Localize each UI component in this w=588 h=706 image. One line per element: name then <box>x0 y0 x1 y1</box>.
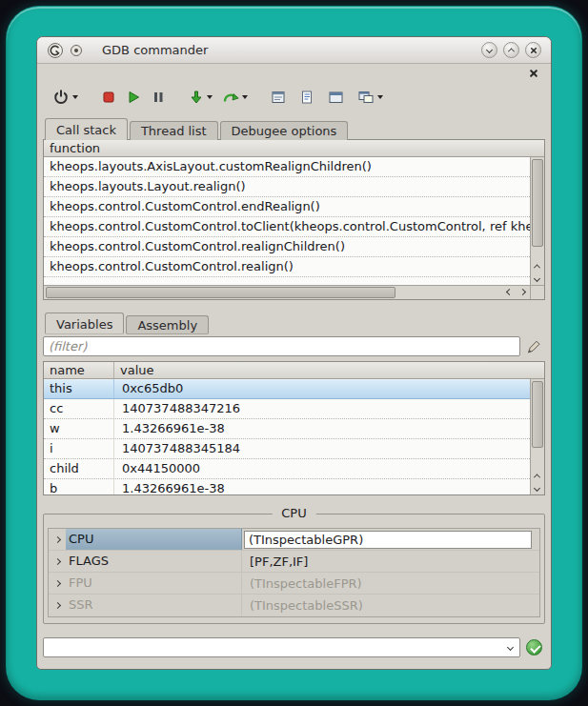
callstack-horizontal-scrollbar[interactable] <box>44 285 530 299</box>
variable-value: 140737488347216 <box>114 399 530 418</box>
cpu-row[interactable]: CPU (TInspectableGPR) <box>49 529 539 551</box>
variable-row[interactable]: i 140737488345184 <box>44 439 530 459</box>
callstack-row[interactable]: kheops.layouts.Layout.realign() <box>44 177 530 197</box>
filter-row <box>43 336 545 357</box>
maximize-icon <box>508 48 515 54</box>
scroll-left-button[interactable] <box>503 286 516 298</box>
scroll-down-button[interactable] <box>531 272 543 285</box>
step-into-button[interactable] <box>187 88 214 107</box>
inspect-button[interactable] <box>355 88 385 107</box>
scrollbar-thumb[interactable] <box>532 381 543 448</box>
chevron-left-icon <box>506 289 513 295</box>
scroll-up-button[interactable] <box>531 470 543 482</box>
variable-row[interactable]: this 0xc65db0 <box>44 379 530 399</box>
chevron-right-icon <box>519 289 526 295</box>
variable-row[interactable]: cc 140737488347216 <box>44 399 530 419</box>
cpu-group-title: CPU <box>272 506 315 520</box>
variables-vertical-scrollbar[interactable] <box>530 379 544 494</box>
callstack-row[interactable]: kheops.control.CustomControl.realignChil… <box>44 237 530 257</box>
variable-value: 0xc65db0 <box>114 379 530 398</box>
variables-header-name[interactable]: name <box>44 362 114 379</box>
chevron-down-icon <box>534 275 540 282</box>
callstack-list: kheops.layouts.AxisLayout.customRealignC… <box>44 157 530 285</box>
variables-header-value[interactable]: value <box>114 362 544 379</box>
dropdown-chevron-icon[interactable] <box>377 95 383 99</box>
power-button[interactable] <box>51 87 80 108</box>
expand-icon[interactable] <box>49 581 66 586</box>
minimize-icon <box>486 47 493 53</box>
dropdown-chevron-icon[interactable] <box>207 95 213 99</box>
variable-name: b <box>44 479 114 494</box>
run-button[interactable] <box>124 88 143 107</box>
callstack-row[interactable]: kheops.control.CustomControl.endRealign(… <box>44 197 530 217</box>
call-list-button[interactable] <box>297 88 316 107</box>
chevron-up-icon <box>534 264 540 271</box>
variables-panel: name value this 0xc65db0 cc 140737488347… <box>43 361 545 495</box>
variable-row[interactable]: child 0x44150000 <box>44 459 530 479</box>
register-group-name: CPU <box>66 529 242 550</box>
dropdown-chevron-icon[interactable] <box>72 95 78 99</box>
expand-icon[interactable] <box>49 537 66 542</box>
cpu-group: CPU CPU (TInspectableGPR) FLAGS [PF,ZF,I… <box>43 514 545 624</box>
pause-icon <box>151 90 166 105</box>
register-value-editor[interactable]: (TInspectableGPR) <box>244 531 532 549</box>
variable-value: 1.43266961e-38 <box>114 479 530 494</box>
command-combobox[interactable] <box>43 637 520 657</box>
cpu-row[interactable]: FLAGS [PF,ZF,IF] <box>49 551 539 573</box>
callstack-row[interactable]: kheops.control.CustomControl.realign() <box>44 257 530 277</box>
stack-tabbar: Call stack Thread list Debugee options <box>45 117 350 140</box>
expand-icon[interactable] <box>49 603 66 608</box>
dropdown-chevron-icon[interactable] <box>242 95 248 99</box>
tab-thread-list[interactable]: Thread list <box>130 121 218 140</box>
scrollbar-corner <box>530 285 544 299</box>
tab-call-stack[interactable]: Call stack <box>45 118 128 140</box>
app-icon[interactable] <box>47 42 64 59</box>
dock-close-button[interactable] <box>527 67 540 80</box>
maximize-button[interactable] <box>503 42 519 58</box>
messages-button[interactable] <box>269 88 288 107</box>
scroll-down-button[interactable] <box>531 482 543 494</box>
scroll-right-button[interactable] <box>517 286 529 298</box>
callstack-row[interactable]: kheops.layouts.AxisLayout.customRealignC… <box>44 157 530 177</box>
debug-toolbar <box>51 83 543 111</box>
variables-list: this 0xc65db0 cc 140737488347216 w 1.432… <box>44 379 530 494</box>
power-icon <box>52 89 70 106</box>
cpu-row[interactable]: SSR (TInspectableSSR) <box>49 595 539 616</box>
watch-window-button[interactable] <box>326 88 346 107</box>
variable-row[interactable]: w 1.43266961e-38 <box>44 419 530 439</box>
close-button[interactable] <box>525 42 541 58</box>
scrollbar-thumb[interactable] <box>46 287 395 298</box>
scroll-up-button[interactable] <box>531 260 543 272</box>
variable-name: w <box>44 419 114 438</box>
cpu-row[interactable]: FPU (TInspectableFPR) <box>49 573 539 595</box>
scrollbar-thumb[interactable] <box>532 159 543 247</box>
expand-icon[interactable] <box>49 559 66 564</box>
execute-command-button[interactable] <box>526 639 542 656</box>
variable-value: 140737488345184 <box>114 439 530 458</box>
combo-chevron-icon[interactable] <box>507 644 514 651</box>
variables-header: name value <box>44 362 544 379</box>
filter-options-button[interactable] <box>524 337 543 356</box>
minimize-button[interactable] <box>481 42 497 58</box>
command-row <box>43 637 545 658</box>
tab-variables[interactable]: Variables <box>45 313 124 334</box>
call-list-icon <box>299 90 314 105</box>
register-group-value: [PF,ZF,IF] <box>242 555 539 569</box>
filter-input[interactable] <box>43 336 520 356</box>
tab-debugee-options[interactable]: Debugee options <box>220 121 349 140</box>
command-input[interactable] <box>46 639 498 656</box>
tab-assembly[interactable]: Assembly <box>126 315 209 334</box>
step-over-icon <box>222 90 239 105</box>
chevron-down-icon <box>534 485 540 492</box>
pin-icon[interactable] <box>70 44 83 57</box>
callstack-vertical-scrollbar[interactable] <box>530 157 544 285</box>
stop-button[interactable] <box>99 88 118 107</box>
step-over-button[interactable] <box>220 88 250 107</box>
callstack-row[interactable]: kheops.control.CustomControl.toClient(kh… <box>44 217 530 237</box>
register-group-name: FLAGS <box>66 551 242 572</box>
callstack-panel: function kheops.layouts.AxisLayout.custo… <box>43 139 545 300</box>
callstack-header-function[interactable]: function <box>44 140 544 157</box>
variable-name: this <box>44 379 114 398</box>
variable-row[interactable]: b 1.43266961e-38 <box>44 479 530 494</box>
pause-button[interactable] <box>149 88 168 107</box>
